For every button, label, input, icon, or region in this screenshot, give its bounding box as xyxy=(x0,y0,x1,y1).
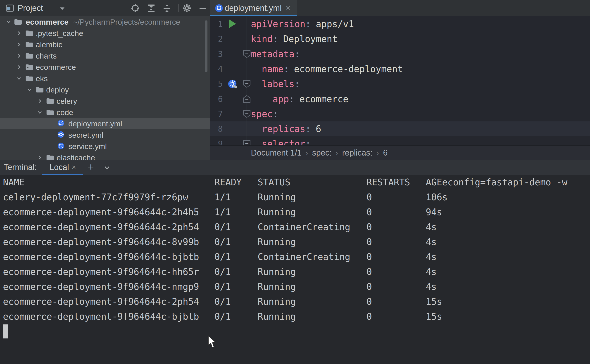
hide-panel-icon[interactable] xyxy=(198,4,207,13)
folder-icon xyxy=(46,109,54,116)
breadcrumb-item[interactable]: spec: xyxy=(312,146,332,160)
code-line: apiVersion:apps/v1 xyxy=(251,17,354,32)
line-number: 3 xyxy=(210,46,223,61)
tree-row-ecommerce-package[interactable]: ecommerce xyxy=(0,61,210,73)
tree-row-pytest-cache[interactable]: .pytest_cache xyxy=(0,28,210,39)
fold-end-marker[interactable]: − xyxy=(243,95,250,103)
project-panel-title[interactable]: Project xyxy=(18,0,43,16)
tree-item-label: service.yml xyxy=(68,141,107,152)
code-line: kind:Deployment xyxy=(251,32,338,46)
chevron-right-icon[interactable] xyxy=(16,41,22,48)
toolbar-divider xyxy=(178,4,179,12)
fold-marker[interactable]: − xyxy=(243,110,250,118)
fold-marker[interactable]: − xyxy=(243,50,250,58)
kubernetes-file-icon xyxy=(57,120,65,127)
breadcrumb-separator: › xyxy=(336,146,338,160)
pod-row: ecommerce-deployment-9f964644c-hh65r0/1R… xyxy=(0,264,590,279)
tab-deployment-yml[interactable]: deployment.yml × xyxy=(210,0,297,16)
ide-window: Project ecommerce~/ xyxy=(0,0,590,364)
expand-all-icon[interactable] xyxy=(147,4,156,13)
code-line: spec: xyxy=(251,106,283,121)
tree-row-alembic[interactable]: alembic xyxy=(0,39,210,50)
pod-row: celery-deployment-77c7f9979f-rz6pw1/1Run… xyxy=(0,190,590,205)
chevron-down-icon[interactable] xyxy=(6,19,12,25)
tree-item-label: ecommerce~/PycharmProjects/ecommerce xyxy=(26,16,180,28)
editor-tab-bar: deployment.yml × xyxy=(210,0,590,16)
tree-scrollbar[interactable] xyxy=(205,20,207,72)
breadcrumb-item[interactable]: Document 1/1 xyxy=(251,146,302,160)
line-number: 9 xyxy=(210,136,223,145)
tree-row-service-yml[interactable]: service.yml xyxy=(0,141,210,152)
tree-row-elasticache[interactable]: elasticache xyxy=(0,152,210,160)
run-gutter-icon[interactable] xyxy=(229,20,236,28)
pod-row: ecommerce-deployment-9f964644c-2ph540/1R… xyxy=(0,294,590,309)
tree-item-label: secret.yml xyxy=(68,129,103,141)
breadcrumb-item[interactable]: replicas: xyxy=(342,146,372,160)
tree-row-charts[interactable]: charts xyxy=(0,50,210,61)
code-editor-surface[interactable]: 1 2 3 4 5 6 7 8 9 − − − − − apiVersion:a… xyxy=(210,17,590,145)
fold-marker[interactable]: − xyxy=(243,140,250,145)
kubernetes-gutter-icon[interactable] xyxy=(227,79,237,89)
line-number: 7 xyxy=(210,106,223,121)
breadcrumb-separator: › xyxy=(377,146,379,160)
source-folder-icon xyxy=(25,64,33,71)
tree-item-label: elasticache xyxy=(57,152,95,160)
folder-icon xyxy=(25,52,33,59)
terminal-panel-title: Terminal: xyxy=(4,160,37,175)
pod-row: ecommerce-deployment-9f964644c-bjbtb0/1R… xyxy=(0,309,590,324)
root-folder-name: ecommerce xyxy=(26,18,69,26)
tree-row-deploy[interactable]: deploy xyxy=(0,84,210,95)
folder-icon xyxy=(25,41,33,48)
chevron-down-icon[interactable] xyxy=(26,87,33,93)
breadcrumb-item[interactable]: 6 xyxy=(383,146,387,160)
code-line: metadata: xyxy=(251,46,305,61)
tree-item-label: eks xyxy=(36,73,48,84)
line-number: 4 xyxy=(210,61,223,76)
project-tool-window-icon xyxy=(6,4,14,12)
tree-row-eks[interactable]: eks xyxy=(0,73,210,84)
settings-gear-icon[interactable] xyxy=(182,4,191,13)
collapse-all-icon[interactable] xyxy=(163,4,171,13)
tree-row-root[interactable]: ecommerce~/PycharmProjects/ecommerce xyxy=(0,16,210,28)
terminal-panel[interactable]: Terminal: Local × + NAME READY STATUS RE… xyxy=(0,160,590,364)
folder-icon xyxy=(46,154,54,160)
new-terminal-tab-button[interactable]: + xyxy=(88,160,94,175)
line-number: 5 xyxy=(210,76,223,91)
close-icon[interactable]: × xyxy=(286,0,290,16)
terminal-tab-local[interactable]: Local × xyxy=(42,160,83,175)
chevron-right-icon[interactable] xyxy=(16,30,22,36)
project-dropdown-caret-icon[interactable] xyxy=(59,7,65,11)
kubernetes-file-icon xyxy=(57,131,65,138)
chevron-down-icon[interactable] xyxy=(37,109,43,116)
pod-row: ecommerce-deployment-9f964644c-2ph540/1C… xyxy=(0,220,590,234)
tree-row-code[interactable]: code xyxy=(0,107,210,118)
tree-row-secret-yml[interactable]: secret.yml xyxy=(0,129,210,141)
chevron-right-icon[interactable] xyxy=(37,98,43,104)
chevron-right-icon[interactable] xyxy=(37,154,43,160)
close-icon[interactable]: × xyxy=(72,160,76,175)
pod-row: ecommerce-deployment-9f964644c-bjbtb0/1C… xyxy=(0,249,590,264)
chevron-right-icon[interactable] xyxy=(16,64,22,70)
tree-row-deployment-yml[interactable]: deployment.yml xyxy=(0,118,210,129)
terminal-header: Terminal: Local × + xyxy=(0,160,590,175)
pod-row: ecommerce-deployment-9f964644c-8v99b0/1R… xyxy=(0,234,590,249)
tree-item-label: ecommerce xyxy=(36,61,76,73)
chevron-down-icon[interactable] xyxy=(16,75,22,82)
active-tab-indicator xyxy=(210,15,297,16)
folder-icon xyxy=(46,98,54,105)
pod-row: ecommerce-deployment-9f964644c-nmgp90/1R… xyxy=(0,279,590,294)
kubernetes-file-icon xyxy=(57,142,65,150)
chevron-right-icon[interactable] xyxy=(16,53,22,59)
code-line: name:ecommerce-deployment xyxy=(251,61,403,76)
pod-row: ecommerce-deployment-9f964644c-2h4h51/1R… xyxy=(0,205,590,220)
code-line: selector: xyxy=(251,136,316,145)
tree-row-celery[interactable]: celery xyxy=(0,95,210,107)
code-line: replicas:6 xyxy=(251,121,321,136)
terminal-table-header: NAME READY STATUS RESTARTS AGEeconfig=fa… xyxy=(0,175,590,190)
editor-panel: deployment.yml × 1 2 3 4 5 6 7 8 9 − − − xyxy=(210,0,590,160)
fold-marker[interactable]: − xyxy=(243,80,250,88)
locate-file-icon[interactable] xyxy=(131,4,140,13)
breadcrumb-separator: › xyxy=(306,146,308,160)
code-line: app:ecommerce xyxy=(251,91,348,106)
chevron-down-icon[interactable] xyxy=(103,164,111,172)
